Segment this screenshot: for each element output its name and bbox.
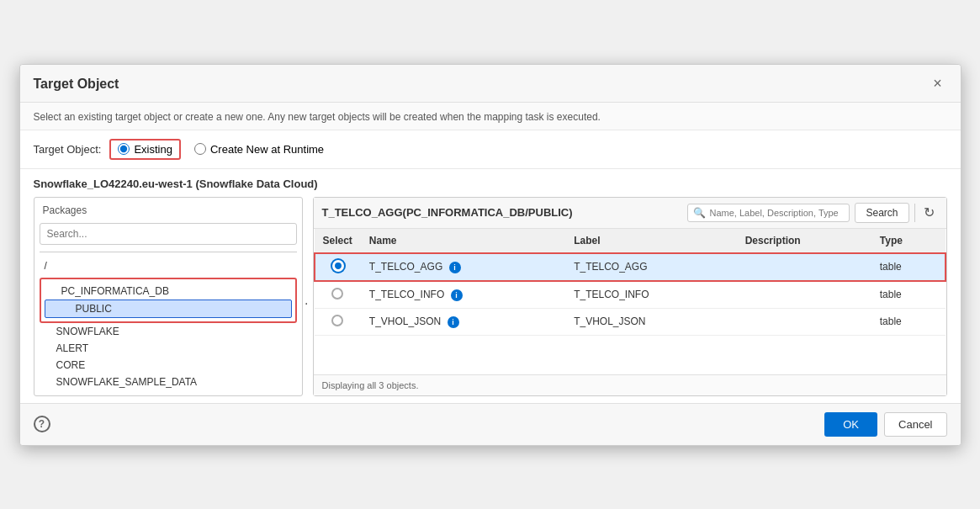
right-panel: T_TELCO_AGG(PC_INFORMATICA_DB/PUBLIC) 🔍 … [313,197,947,396]
tree-item-root[interactable]: / [40,257,297,274]
row-description-cell [737,281,871,309]
row-name-cell: T_TELCO_INFO i [361,281,565,309]
row-description-cell [737,308,871,335]
col-header-select: Select [315,229,361,253]
target-object-label: Target Object: [34,143,102,156]
close-button[interactable]: × [929,75,947,93]
table-footer: Displaying all 3 objects. [314,374,946,395]
footer-buttons: OK Cancel [824,412,946,437]
row-type-cell: table [871,281,946,309]
content-area: Snowflake_LO42240.eu-west-1 (Snowflake D… [20,169,961,403]
row-select-cell[interactable] [315,253,361,281]
radio-existing[interactable]: Existing [109,139,181,160]
info-icon[interactable]: i [451,289,463,301]
ok-button[interactable]: OK [824,412,877,437]
packages-search-input[interactable] [40,223,297,245]
row-name-cell: T_VHOL_JSON i [361,308,565,335]
col-header-type: Type [871,229,946,253]
tree-item-snowflake[interactable]: SNOWFLAKE [40,323,297,340]
tree-item-pc-informatica-db[interactable]: PC_INFORMATICA_DB [45,283,292,300]
connection-title: Snowflake_LO42240.eu-west-1 (Snowflake D… [34,178,947,190]
table-area: Select Name Label Description Type [314,229,946,374]
dialog-footer: ? OK Cancel [20,403,961,445]
dialog-header: Target Object × [20,65,961,103]
divider [40,252,297,252]
cancel-button[interactable]: Cancel [884,412,946,437]
tree-item-alert[interactable]: ALERT [40,340,297,357]
search-button[interactable]: Search [855,203,908,223]
table-row[interactable]: T_TELCO_AGG i T_TELCO_AGG table [315,253,946,281]
target-object-row: Target Object: Existing Create New at Ru… [20,130,961,169]
search-bar: 🔍 Search ↻ [687,203,937,223]
info-icon[interactable]: i [449,262,461,273]
tree-item-core[interactable]: CORE [40,357,297,374]
radio-group: Existing Create New at Runtime [109,139,324,160]
row-label-cell: T_TELCO_AGG [565,253,737,281]
dot-separator: · [305,296,308,311]
tree-item-snowflake-sample-data[interactable]: SNOWFLAKE_SAMPLE_DATA [40,374,297,390]
col-header-label: Label [565,229,737,253]
row-type-cell: table [871,308,946,335]
objects-table: Select Name Label Description Type [314,229,946,336]
left-panel-header: Packages [40,203,297,218]
tree-area: / PC_INFORMATICA_DB PUBLIC SNOWFLAKE ALE… [40,257,297,390]
row-label-cell: T_VHOL_JSON [565,308,737,335]
search-input[interactable] [709,208,844,218]
table-header-row: Select Name Label Description Type [315,229,946,253]
dialog-description: Select an existing target object or crea… [20,103,961,130]
row-select-cell[interactable] [315,281,361,309]
right-panel-title: T_TELCO_AGG(PC_INFORMATICA_DB/PUBLIC) [322,206,573,219]
dialog-title: Target Object [34,77,119,92]
right-panel-header: T_TELCO_AGG(PC_INFORMATICA_DB/PUBLIC) 🔍 … [314,198,946,229]
help-button[interactable]: ? [34,416,50,432]
tree-item-public[interactable]: PUBLIC [45,300,292,318]
info-icon[interactable]: i [448,316,459,328]
radio-empty-icon [331,315,343,326]
radio-create-new[interactable]: Create New at Runtime [194,143,324,156]
search-field: 🔍 [687,204,850,222]
target-object-dialog: Target Object × Select an existing targe… [19,64,961,446]
left-panel: Packages / PC_INFORMATICA_DB PUBLIC SNOW… [34,197,303,396]
col-header-description: Description [737,229,871,253]
radio-empty-icon [331,288,343,300]
col-header-name: Name [361,229,565,253]
search-icon: 🔍 [693,207,706,219]
row-description-cell [737,253,871,281]
highlighted-tree-box: PC_INFORMATICA_DB PUBLIC [40,278,297,323]
row-select-cell[interactable] [315,308,361,335]
table-row[interactable]: T_TELCO_INFO i T_TELCO_INFO table [315,281,946,309]
row-label-cell: T_TELCO_INFO [565,281,737,309]
separator [914,204,915,222]
radio-selected-icon [332,260,344,272]
table-row[interactable]: T_VHOL_JSON i T_VHOL_JSON table [315,308,946,335]
radio-create-new-label: Create New at Runtime [210,143,324,156]
split-panel: Packages / PC_INFORMATICA_DB PUBLIC SNOW… [34,197,947,396]
row-name-cell: T_TELCO_AGG i [361,253,565,281]
radio-existing-label: Existing [134,143,172,156]
refresh-button[interactable]: ↻ [920,203,938,222]
row-type-cell: table [871,253,946,281]
